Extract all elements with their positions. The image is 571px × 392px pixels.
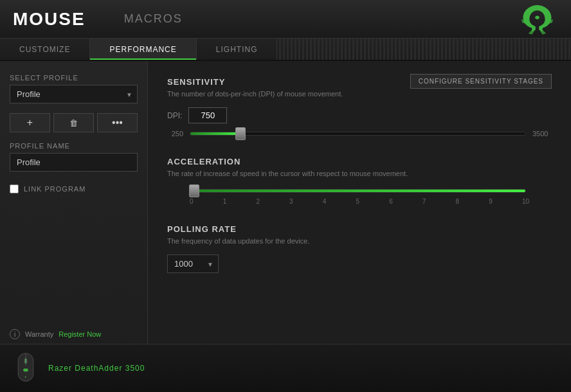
sensitivity-desc: The number of dots-per-inch (DPI) of mou… [167,90,552,98]
app-title: MOUSE [13,9,86,30]
polling-rate-section: POLLING RATE The frequency of data updat… [167,224,552,273]
profile-buttons: + 🗑 ••• [10,113,138,132]
tick-6: 6 [389,198,393,205]
nav-tab-filler [277,39,571,60]
polling-rate-select[interactable]: 125 500 1000 [167,254,219,273]
warranty-label: Warranty [25,330,53,338]
add-profile-button[interactable]: + [10,113,50,132]
dpi-input[interactable] [188,107,227,123]
sensitivity-slider-thumb[interactable] [235,127,246,140]
acceleration-slider-thumb[interactable] [189,184,199,197]
tick-1: 1 [223,198,227,205]
profile-name-section: PROFILE NAME [10,142,138,172]
info-icon: i [10,329,20,339]
tick-0: 0 [190,198,194,205]
sensitivity-slider[interactable] [190,132,526,136]
select-profile-section: SELECT PROFILE Profile ▼ [10,74,138,103]
bottom-bar: ✦ Razer DeathAdder 3500 [0,344,571,392]
tab-customize[interactable]: CUSTOMIZE [0,39,90,60]
register-now-link[interactable]: Register Now [59,330,101,338]
razer-logo [520,3,558,35]
select-profile-label: SELECT PROFILE [10,74,138,82]
tab-performance[interactable]: PERFORMANCE [90,39,196,60]
tick-7: 7 [422,198,426,205]
polling-select-wrapper: 125 500 1000 ▼ [167,254,219,273]
main-content: CONFIGURE SENSITIVITY STAGES SENSITIVITY… [148,61,571,353]
acceleration-title: ACCELERATION [167,157,552,166]
profile-name-label: PROFILE NAME [10,142,138,150]
acceleration-section: ACCELERATION The rate of increase of spe… [167,157,552,205]
dpi-row: DPI: [167,107,552,123]
profile-name-input[interactable] [10,153,138,172]
more-options-button[interactable]: ••• [97,113,138,132]
main-layout: SELECT PROFILE Profile ▼ + 🗑 ••• PROFILE… [0,61,571,353]
svg-rect-2 [23,368,28,371]
profile-select-wrapper: Profile ▼ [10,85,138,103]
tick-10: 10 [522,198,529,205]
tick-3: 3 [289,198,293,205]
dpi-label: DPI: [167,111,182,120]
sidebar: SELECT PROFILE Profile ▼ + 🗑 ••• PROFILE… [0,61,148,353]
polling-rate-title: POLLING RATE [167,224,552,234]
mouse-image: ✦ [10,351,42,386]
tab-lighting[interactable]: LIGHTING [197,39,278,60]
sensitivity-max-label: 3500 [532,130,552,138]
header: MOUSE MACROS [0,0,571,39]
warranty-row: i Warranty Register Now [10,329,101,339]
acceleration-desc: The rate of increase of speed in the cur… [167,170,552,177]
acceleration-slider-fill [190,190,525,192]
tick-5: 5 [356,198,359,205]
acceleration-slider-container: 0 10 [167,187,552,195]
polling-rate-desc: The frequency of data updates for the de… [167,237,552,245]
tick-9: 9 [489,198,493,205]
sensitivity-slider-fill [190,132,240,135]
link-program-label: LINK PROGRAM [24,185,86,193]
macros-nav[interactable]: MACROS [124,12,183,26]
mouse-name: Razer DeathAdder 3500 [48,364,145,373]
tick-4: 4 [323,198,327,205]
link-program-row: LINK PROGRAM [10,184,138,193]
acceleration-slider[interactable] [190,189,526,193]
nav-tabs: CUSTOMIZE PERFORMANCE LIGHTING [0,39,571,61]
acceleration-ticks: 0 1 2 3 4 5 6 7 8 9 10 [167,198,552,205]
sensitivity-section: CONFIGURE SENSITIVITY STAGES SENSITIVITY… [167,77,552,138]
configure-sensitivity-button[interactable]: CONFIGURE SENSITIVITY STAGES [410,74,552,89]
profile-select[interactable]: Profile [10,85,138,103]
link-program-checkbox[interactable] [10,184,19,193]
tick-2: 2 [256,198,260,205]
tick-8: 8 [456,198,460,205]
trash-icon: 🗑 [69,118,78,128]
sensitivity-min-label: 250 [167,130,183,138]
sensitivity-slider-container: 250 3500 [167,130,552,138]
delete-profile-button[interactable]: 🗑 [53,113,94,132]
